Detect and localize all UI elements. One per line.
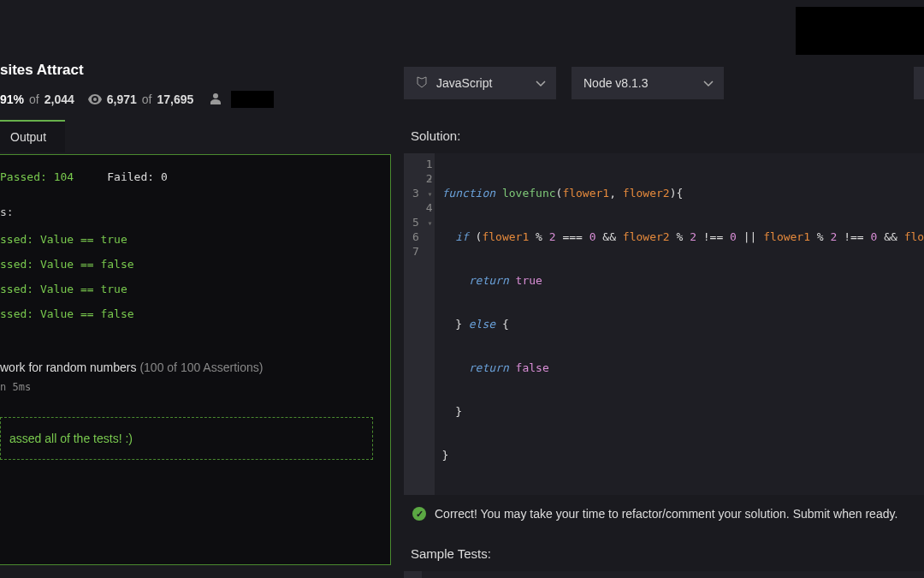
language-label: JavaScript — [436, 76, 492, 90]
runtime-label: Node v8.1.3 — [583, 76, 649, 90]
solution-code[interactable]: function lovefunc(flower1, flower2){ if … — [435, 153, 924, 495]
chevron-down-icon — [703, 76, 714, 90]
test-result-line: ssed: Value == false — [0, 252, 390, 277]
line-gutter: 1 2 3 4 5 6 — [404, 571, 422, 578]
total-of: 2,044 — [44, 92, 74, 106]
user-black-box — [231, 91, 274, 108]
side-button[interactable] — [914, 67, 924, 99]
pass-rate: 91% — [0, 92, 24, 106]
of-label: of — [29, 92, 39, 106]
language-dropdown[interactable]: JavaScript — [404, 67, 556, 99]
tests-editor[interactable]: 1 2 3 4 5 6 Test.assertEquals(lovefunc(1… — [404, 571, 924, 578]
tab-output[interactable]: Output — [0, 120, 65, 152]
random-tests-label: work for random numbers (100 of 100 Asse… — [0, 326, 390, 374]
javascript-icon — [416, 76, 428, 91]
chevron-down-icon — [536, 76, 546, 90]
feedback-text: Correct! You may take your time to refac… — [435, 507, 897, 521]
solution-editor[interactable]: 1 ▾ 2 ▾ 3 4 ▾ 5 6 7 function lovefunc(fl… — [404, 153, 924, 495]
passed-label: Passed: 104 — [0, 170, 74, 183]
check-icon: ✓ — [412, 507, 426, 521]
test-result-line: ssed: Value == true — [0, 227, 390, 252]
time-label: n 5ms — [0, 374, 390, 393]
user-icon — [210, 92, 221, 107]
output-panel: Passed: 104 Failed: 0 s: ssed: Value == … — [0, 154, 391, 565]
solution-header: Solution: — [404, 123, 924, 153]
line-gutter: 1 ▾ 2 ▾ 3 4 ▾ 5 6 7 — [404, 153, 435, 495]
tests-code[interactable]: Test.assertEquals(lovefunc(1,4), true) T… — [422, 571, 696, 578]
runtime-dropdown[interactable]: Node v8.1.3 — [572, 67, 724, 99]
eye-icon — [88, 94, 102, 104]
top-black-box — [796, 7, 924, 55]
tests-section-label: s: — [0, 195, 390, 227]
test-result-line: ssed: Value == false — [0, 301, 390, 326]
sample-tests-header: Sample Tests: — [404, 529, 924, 571]
failed-label: Failed: 0 — [107, 170, 167, 183]
stat2b: 17,695 — [157, 92, 194, 106]
test-result-line: ssed: Value == true — [0, 277, 390, 301]
stat2a: 6,971 — [107, 92, 137, 106]
of-label-2: of — [142, 92, 152, 106]
feedback-bar: ✓ Correct! You may take your time to ref… — [404, 498, 924, 529]
success-message: assed all of the tests! :) — [0, 417, 373, 460]
